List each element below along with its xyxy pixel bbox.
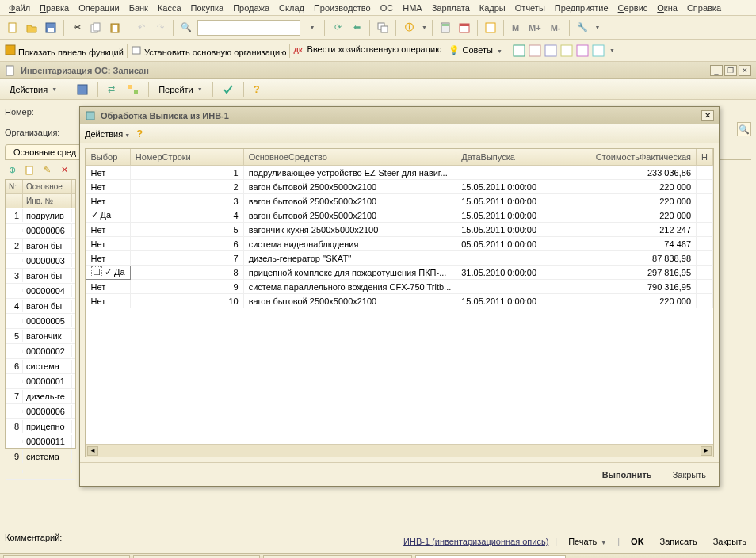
col-date[interactable]: ДатаВыпуска xyxy=(456,149,575,166)
memory-m[interactable]: M xyxy=(509,23,522,32)
modal-actions-dropdown[interactable]: Действия▼ xyxy=(85,129,130,139)
table-row[interactable]: Нет10вагон бытовой 2500х5000х210015.05.2… xyxy=(86,294,713,308)
table-row[interactable]: 00000006 xyxy=(6,404,75,419)
bg-col-n[interactable]: N: xyxy=(6,180,23,193)
modal-help-icon[interactable]: ? xyxy=(136,128,143,140)
table-row[interactable]: 00000004 xyxy=(6,284,75,299)
col-row[interactable]: НомерСтроки xyxy=(130,149,243,166)
menu-cash[interactable]: Касса xyxy=(154,2,185,14)
save-button[interactable]: Записать xyxy=(655,534,702,548)
save-icon[interactable] xyxy=(43,20,59,36)
delete-row-icon[interactable]: ✕ xyxy=(57,162,71,177)
print-button[interactable]: Печать ▼ xyxy=(563,534,611,548)
table-row[interactable]: 00000006 xyxy=(6,224,75,239)
refresh-icon[interactable]: ⟳ xyxy=(330,20,346,36)
table-row[interactable]: 4вагон бы xyxy=(6,299,75,314)
modal-close-text-button[interactable]: Закрыть xyxy=(666,468,712,482)
add-row-icon[interactable]: ⊕ xyxy=(5,162,19,177)
menu-file[interactable]: Файл xyxy=(5,2,34,14)
check-icon[interactable] xyxy=(218,82,239,97)
table-row[interactable]: Нет1подруливающее устройство EZ-Steer дл… xyxy=(86,166,713,180)
menu-service[interactable]: Сервис xyxy=(614,2,652,14)
inv1-link[interactable]: ИНВ-1 (инвентаризационная опись) xyxy=(403,537,548,546)
set-org-button[interactable]: Установить основную организацию xyxy=(131,44,287,57)
new-doc-icon[interactable] xyxy=(5,20,21,36)
edit-row-icon[interactable]: ✎ xyxy=(40,162,54,177)
taskbar-panel[interactable]: ▦Панель функций xyxy=(3,555,130,559)
menu-reports[interactable]: Отчеты xyxy=(511,2,549,14)
menu-salary[interactable]: Зарплата xyxy=(428,2,474,14)
show-panel-button[interactable]: Показать панель функций xyxy=(5,44,124,57)
table-row[interactable]: ✓ Да4вагон бытовой 2500х5000х210015.05.2… xyxy=(86,208,713,223)
table-row[interactable]: Нет3вагон бытовой 2500х5000х210015.05.20… xyxy=(86,194,713,208)
table-row[interactable]: 9система xyxy=(6,449,75,464)
redo-icon[interactable]: ↷ xyxy=(152,20,168,36)
calendar-icon[interactable] xyxy=(456,20,472,36)
table-row[interactable]: 1подрулив xyxy=(6,208,75,224)
nav-arrows-icon[interactable]: ⇄ xyxy=(103,82,120,97)
bg-col-name[interactable]: Основное xyxy=(23,180,72,193)
close-button[interactable]: ✕ xyxy=(739,65,751,76)
table-row[interactable]: Нет2вагон бытовой 2500х5000х210015.05.20… xyxy=(86,180,713,194)
col-os[interactable]: ОсновноеСредство xyxy=(243,149,456,166)
menu-staff[interactable]: Кадры xyxy=(475,2,510,14)
memory-mplus[interactable]: M+ xyxy=(525,23,544,32)
enter-op-button[interactable]: Дк Ввести хозяйственную операцию xyxy=(293,44,441,57)
table-row[interactable]: 5вагончик xyxy=(6,329,75,344)
table-row[interactable]: 00000011 xyxy=(6,434,75,449)
modal-run-button[interactable]: Выполнить xyxy=(596,468,659,482)
col-n[interactable]: Н xyxy=(697,149,713,166)
table-row[interactable]: 6система xyxy=(6,359,75,374)
search-icon[interactable]: 🔍 xyxy=(178,20,194,36)
menu-os[interactable]: ОС xyxy=(376,2,398,14)
col-vybor[interactable]: Выбор xyxy=(86,149,131,166)
copy-row-icon[interactable] xyxy=(22,162,36,177)
info-icon[interactable]: ⓘ xyxy=(401,20,417,36)
report2-icon[interactable] xyxy=(529,44,541,57)
modal-grid[interactable]: Выбор НомерСтроки ОсновноеСредство ДатаВ… xyxy=(86,149,713,308)
report5-icon[interactable] xyxy=(576,44,589,57)
wrench-icon[interactable]: 🔧 xyxy=(575,20,590,36)
undo-icon[interactable]: ↶ xyxy=(133,20,149,36)
table-row[interactable]: 00000003 xyxy=(6,254,75,269)
taskbar-invent-list[interactable]: 📋Инвентаризации ОС xyxy=(133,555,260,559)
table-row[interactable]: 8прицепно xyxy=(6,419,75,434)
calc-icon[interactable] xyxy=(437,20,453,36)
modal-close-button[interactable]: ✕ xyxy=(701,110,714,121)
report3-icon[interactable] xyxy=(544,44,557,57)
copy-icon[interactable] xyxy=(88,20,104,36)
report6-icon[interactable] xyxy=(592,44,605,57)
search-input[interactable] xyxy=(197,20,300,36)
maximize-button[interactable]: ❐ xyxy=(724,65,737,76)
menu-production[interactable]: Производство xyxy=(310,2,375,14)
menu-stock[interactable]: Склад xyxy=(275,2,308,14)
menu-purchase[interactable]: Покупка xyxy=(187,2,228,14)
menu-help[interactable]: Справка xyxy=(683,2,725,14)
paste-icon[interactable] xyxy=(107,20,123,36)
open-icon[interactable] xyxy=(24,20,40,36)
actions-dropdown[interactable]: Действия▼ xyxy=(5,82,62,97)
table-row[interactable]: 2вагон бы xyxy=(6,239,75,254)
lookup-button[interactable]: 🔍 xyxy=(737,122,751,136)
table-row[interactable]: 00000005 xyxy=(6,314,75,329)
memory-mminus[interactable]: M- xyxy=(548,23,564,32)
menu-sale[interactable]: Продажа xyxy=(229,2,273,14)
search-dropdown-icon[interactable]: ▼ xyxy=(304,20,319,36)
tab-main-assets[interactable]: Основные сред xyxy=(5,144,85,159)
bg-col-inv[interactable]: Инв. № xyxy=(23,194,72,208)
props-icon[interactable] xyxy=(483,20,498,36)
menu-enterprise[interactable]: Предприятие xyxy=(551,2,613,14)
menu-edit[interactable]: Правка xyxy=(36,2,73,14)
struct-icon[interactable] xyxy=(123,82,143,97)
table-row[interactable]: Нет9система параллельного вождения CFX-7… xyxy=(86,280,713,294)
table-row[interactable] xyxy=(6,464,75,480)
table-row[interactable]: Нет7дизель-генератор ''SKAT''87 838,98 xyxy=(86,251,713,266)
taskbar-external[interactable]: ▦Дополнительные внешние ... xyxy=(263,555,412,559)
table-row[interactable]: Нет6система видеонаблюдения05.05.2011 0:… xyxy=(86,237,713,251)
menu-nma[interactable]: НМА xyxy=(399,2,426,14)
ok-button[interactable]: OK xyxy=(626,534,649,548)
nav-back-icon[interactable]: ⬅ xyxy=(349,20,365,36)
col-cost[interactable]: СтоимостьФактическая xyxy=(575,149,697,166)
table-row[interactable]: 00000001 xyxy=(6,374,75,389)
table-row[interactable]: Нет5вагончик-кухня 2500х5000х210015.05.2… xyxy=(86,223,713,237)
